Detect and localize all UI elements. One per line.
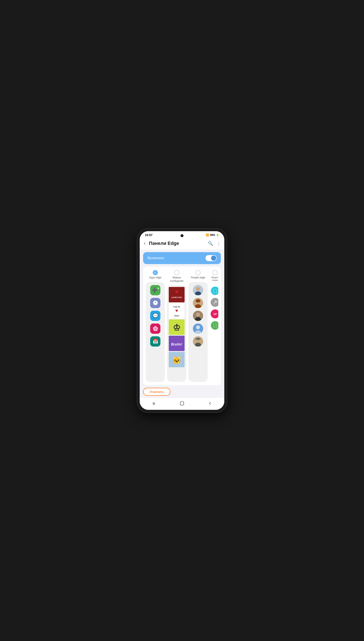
side-btn-1 bbox=[210, 286, 218, 295]
avatar-person1 bbox=[193, 285, 203, 295]
top-nav: ‹ Панели Edge 🔍 ⋮ bbox=[140, 238, 224, 250]
live-messages-card: ♥ LOVE=YOU I am So ♥ Sorry bbox=[167, 285, 186, 382]
svg-text:↗: ↗ bbox=[214, 324, 216, 327]
sticker-cat: 🐱 bbox=[169, 352, 184, 367]
sticker-bravo: BraVo! bbox=[169, 336, 184, 351]
toggle-label: Включено bbox=[148, 256, 164, 260]
svg-text:BraVo!: BraVo! bbox=[171, 342, 182, 346]
apps-edge-radio[interactable] bbox=[153, 270, 158, 275]
avatar-person4 bbox=[193, 324, 203, 334]
side-btn-3: GIF bbox=[210, 310, 218, 318]
people-edge-card bbox=[188, 282, 208, 382]
signal-icon: 📶 bbox=[206, 234, 209, 236]
bottom-nav bbox=[140, 398, 224, 410]
svg-text:♥: ♥ bbox=[175, 288, 178, 295]
svg-text:I am So: I am So bbox=[173, 306, 180, 308]
status-time: 15:57 bbox=[145, 233, 152, 237]
svg-rect-30 bbox=[196, 338, 200, 340]
page-title: Панели Edge bbox=[149, 240, 205, 246]
svg-point-19 bbox=[196, 299, 200, 302]
live-messages-label: Живыесообщения bbox=[170, 276, 184, 283]
more-icon[interactable]: ⋮ bbox=[216, 241, 221, 246]
calc-icon: ➕✖ bbox=[150, 285, 160, 295]
bottom-area: Изменить bbox=[140, 385, 224, 398]
panels-area: Apps edge ➕✖ 🕐 💬 🌸 📅 Живыесообщения bbox=[143, 267, 221, 385]
people-edge-label: People edge bbox=[191, 276, 205, 280]
camera-notch bbox=[180, 234, 184, 237]
bixby-icon: 🌸 bbox=[150, 324, 160, 334]
search-icon[interactable]: 🔍 bbox=[208, 241, 213, 246]
sticker-love: ♥ LOVE=YOU bbox=[169, 287, 184, 302]
svg-point-14 bbox=[196, 287, 200, 291]
home-button[interactable] bbox=[178, 400, 186, 407]
side-btn-4: ↗ bbox=[210, 321, 218, 330]
battery-text: 59% bbox=[210, 234, 215, 236]
svg-text:♥: ♥ bbox=[175, 308, 178, 313]
apps-edge-panel: Apps edge ➕✖ 🕐 💬 🌸 📅 bbox=[146, 270, 165, 382]
svg-text:🐱: 🐱 bbox=[172, 355, 182, 364]
people-edge-radio[interactable] bbox=[196, 270, 200, 275]
svg-text:LOVE=YOU: LOVE=YOU bbox=[171, 296, 182, 298]
messages-icon: 💬 bbox=[150, 311, 160, 321]
highlight-save-radio[interactable] bbox=[212, 270, 218, 275]
people-edge-radio-area: People edge bbox=[191, 270, 205, 280]
avatar-person3 bbox=[193, 311, 203, 321]
edit-button[interactable]: Изменить bbox=[143, 388, 170, 396]
highlight-save-label: Выдел.сохра. bbox=[210, 276, 218, 282]
svg-rect-38 bbox=[180, 402, 184, 405]
recent-apps-button[interactable] bbox=[150, 400, 157, 407]
live-messages-radio-area: Живыесообщения bbox=[170, 270, 184, 283]
avatar-person2 bbox=[193, 298, 203, 308]
nav-icons: 🔍 ⋮ bbox=[208, 241, 221, 246]
svg-text:Sorry: Sorry bbox=[174, 314, 179, 317]
phone-screen: 15:57 📶 59% 🔋 ‹ Панели Edge 🔍 ⋮ Включено bbox=[140, 231, 224, 410]
calendar-icon: 📅 bbox=[150, 336, 160, 346]
phone-frame: 15:57 📶 59% 🔋 ‹ Панели Edge 🔍 ⋮ Включено bbox=[137, 228, 227, 412]
live-messages-radio[interactable] bbox=[174, 270, 179, 275]
sticker-crown: ♔ bbox=[169, 320, 184, 335]
battery-icon: 🔋 bbox=[216, 234, 219, 236]
svg-rect-31 bbox=[214, 289, 217, 292]
apps-edge-radio-area: Apps edge bbox=[149, 270, 161, 280]
back-button[interactable]: ‹ bbox=[143, 240, 146, 247]
toggle-switch[interactable] bbox=[206, 255, 216, 261]
people-edge-panel: People edge bbox=[188, 270, 208, 382]
svg-text:GIF: GIF bbox=[214, 313, 217, 315]
highlight-save-radio-area: Выдел.сохра. bbox=[210, 270, 218, 282]
status-icons: 📶 59% 🔋 bbox=[206, 234, 219, 236]
apps-edge-card: ➕✖ 🕐 💬 🌸 📅 bbox=[146, 282, 165, 382]
apps-edge-label: Apps edge bbox=[149, 276, 161, 280]
back-nav-button[interactable] bbox=[207, 400, 214, 407]
sticker-sorry: I am So ♥ Sorry bbox=[169, 303, 184, 318]
live-messages-panel: Живыесообщения ♥ LOVE=YOU bbox=[167, 270, 186, 382]
panels-scroll[interactable]: Apps edge ➕✖ 🕐 💬 🌸 📅 Живыесообщения bbox=[146, 270, 218, 382]
avatar-person5 bbox=[193, 336, 203, 346]
clock-icon: 🕐 bbox=[150, 298, 160, 308]
svg-point-21 bbox=[196, 312, 200, 316]
toggle-row: Включено bbox=[143, 252, 221, 264]
svg-point-24 bbox=[196, 326, 200, 329]
highlight-save-panel: Выдел.сохра. GIF ↗ bbox=[210, 270, 218, 382]
side-btn-2 bbox=[210, 298, 218, 307]
svg-text:♔: ♔ bbox=[173, 323, 180, 332]
